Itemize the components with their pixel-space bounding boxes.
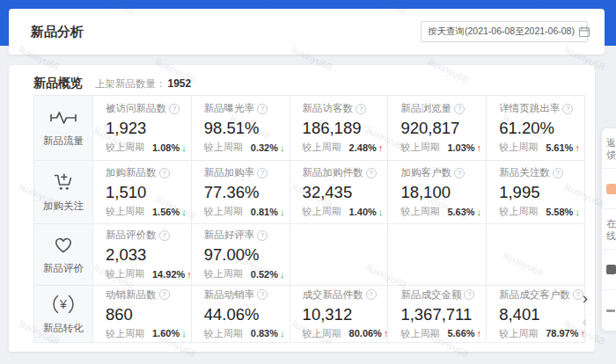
contact-icon[interactable] (602, 250, 616, 290)
page-header: 新品分析 按天查询(2021-06-08至2021-06-08) (9, 9, 605, 55)
cart-plus-icon (52, 171, 75, 196)
metric-label: 新品关注数 (499, 166, 550, 179)
metric-cell: 新品浏览量?920,817较上周期1.03%↑ (388, 96, 487, 160)
metric-label: 详情页跳出率 (499, 102, 560, 115)
pulse-icon (49, 108, 77, 131)
info-icon[interactable]: ? (356, 104, 366, 114)
metric-label: 新品成交金额 (400, 288, 461, 302)
metrics-table: 新品流量被访问新品数?1,923较上周期1.08%↓新品曝光率?98.51%较上… (33, 95, 585, 343)
metric-label: 新品好评率 (204, 229, 255, 242)
metric-value: 1,510 (106, 183, 191, 202)
info-icon[interactable]: ? (464, 289, 474, 300)
info-icon[interactable]: ? (257, 230, 268, 241)
scroll-left-button[interactable]: ‹ (583, 315, 587, 329)
metric-label: 加购新品数 (106, 166, 157, 179)
arrow-down-icon: ↓ (477, 207, 482, 217)
metric-value: 920,817 (400, 119, 486, 138)
info-icon[interactable]: ? (159, 230, 170, 241)
info-icon[interactable]: ? (257, 168, 268, 178)
category-cell: 加购关注 (34, 161, 93, 223)
online-service-item[interactable]: 在线 (602, 209, 616, 250)
compare-percent: 1.40% (349, 207, 377, 217)
metric-cell: 成交新品件数?10,312较上周期80.06%↑ (290, 286, 389, 342)
section-title: 新品概览 (33, 76, 83, 91)
date-range-label: 按天查询(2021-06-08至2021-06-08) (428, 25, 575, 38)
arrow-down-icon: ↓ (280, 328, 285, 339)
arrow-up-icon: ↑ (477, 328, 482, 339)
metric-value: 18,100 (400, 183, 486, 202)
metric-label: 新品访客数 (303, 102, 354, 115)
metric-cell: 动销新品数?860较上周期1.60%↓ (93, 286, 192, 342)
info-icon[interactable]: ? (257, 104, 268, 114)
category-label: 加购关注 (43, 200, 84, 213)
metric-label: 新品评价数 (106, 229, 157, 242)
heart-icon (52, 234, 75, 258)
metric-value: 32,435 (303, 183, 388, 202)
metric-row: 新品评价新品评价数?2,033较上周期14.92%↑新品好评率?97.00%较上… (34, 224, 584, 286)
metric-label: 新品浏览量 (400, 102, 451, 115)
compare-percent: 5.63% (447, 207, 474, 217)
category-label: 新品转化 (43, 322, 84, 335)
arrow-down-icon: ↓ (575, 207, 580, 217)
info-icon[interactable]: ? (159, 168, 170, 178)
info-icon[interactable]: ? (454, 104, 465, 114)
arrow-up-icon: ↑ (378, 142, 384, 153)
metric-value: 186,189 (303, 119, 388, 138)
compare-percent: 5.58% (546, 207, 573, 217)
compare-label: 较上周期 (303, 141, 341, 154)
listed-count-value: 1952 (168, 77, 192, 90)
info-icon[interactable]: ? (553, 168, 563, 178)
feedback-item[interactable]: 返馈 (602, 128, 616, 169)
metric-value: 1,995 (499, 183, 584, 202)
calendar-icon (578, 25, 590, 38)
service-icon[interactable] (602, 169, 616, 209)
category-cell: 新品评价 (34, 224, 93, 285)
compare-label: 较上周期 (499, 141, 538, 154)
listed-count-label: 上架新品数量： (95, 77, 166, 91)
service-icon (606, 184, 616, 194)
category-label: 新品评价 (43, 262, 84, 275)
arrow-down-icon: ↓ (378, 207, 384, 217)
metric-value: 1,923 (106, 119, 191, 138)
compare-percent: 1.56% (152, 207, 180, 217)
arrow-down-icon: ↓ (280, 142, 285, 153)
compare-percent: 0.52% (251, 269, 278, 280)
compare-label: 较上周期 (106, 267, 144, 280)
compare-label: 较上周期 (204, 327, 243, 340)
info-icon[interactable]: ? (366, 289, 377, 300)
metric-label: 加购客户数 (400, 166, 451, 179)
overview-card: 新品概览 上架新品数量： 1952 新品流量被访问新品数?1,923较上周期1.… (9, 65, 595, 352)
compare-percent: 78.97% (546, 328, 578, 339)
compare-label: 较上周期 (106, 205, 144, 218)
metric-value: 44.06% (204, 305, 290, 324)
metric-cell: 新品曝光率?98.51%较上周期0.32%↓ (192, 96, 290, 160)
arrow-up-icon: ↑ (477, 142, 482, 153)
compare-label: 较上周期 (499, 327, 538, 340)
compare-percent: 0.83% (251, 328, 278, 339)
metric-value: 2,033 (106, 245, 191, 265)
metric-cell: 新品评价数?2,033较上周期14.92%↑ (93, 224, 192, 285)
arrow-down-icon: ↓ (280, 269, 285, 280)
compare-percent: 2.48% (349, 142, 377, 153)
back-top-icon (606, 309, 615, 312)
metric-cell: 新品加购件数?32,435较上周期1.40%↓ (290, 161, 389, 223)
compare-percent: 1.60% (152, 328, 180, 339)
info-icon[interactable]: ? (159, 289, 170, 300)
compare-percent: 0.32% (251, 142, 278, 153)
metric-label: 新品加购率 (204, 166, 255, 179)
metric-label: 被访问新品数 (106, 102, 166, 115)
back-top-icon[interactable] (602, 290, 616, 331)
info-icon[interactable]: ? (454, 168, 465, 178)
metric-label: 动销新品数 (106, 288, 157, 302)
metric-value: 98.51% (204, 119, 290, 138)
metric-label: 新品动销率 (204, 288, 255, 302)
metric-cell: 新品成交客户数?8,401较上周期78.97%↑ (487, 286, 584, 342)
info-icon[interactable]: ? (366, 168, 377, 178)
info-icon[interactable]: ? (562, 104, 573, 114)
info-icon[interactable]: ? (257, 289, 268, 300)
scroll-right-button[interactable]: › (583, 289, 588, 306)
info-icon[interactable]: ? (169, 104, 180, 114)
metric-label: 成交新品件数 (303, 288, 363, 302)
date-range-picker[interactable]: 按天查询(2021-06-08至2021-06-08) (421, 21, 588, 42)
overview-card-header: 新品概览 上架新品数量： 1952 (33, 76, 191, 91)
